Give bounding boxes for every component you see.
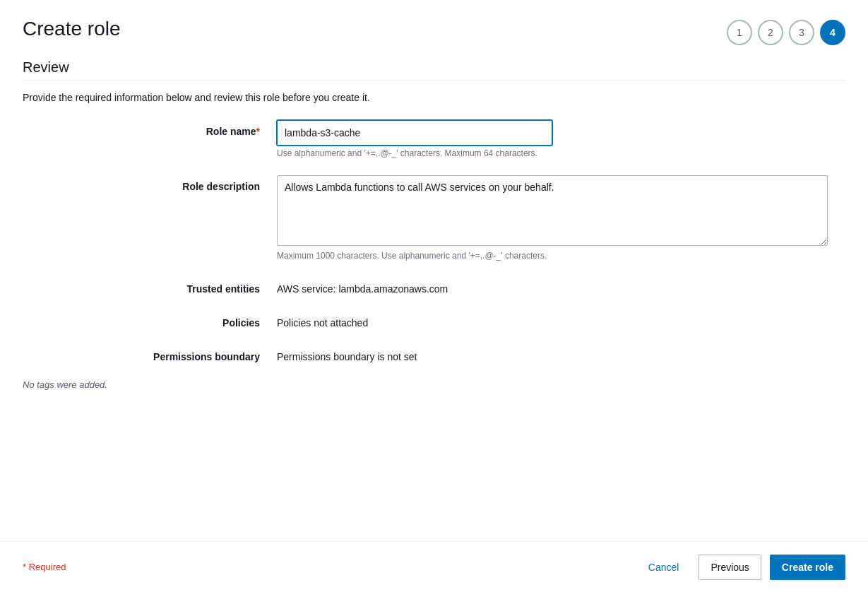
role-description-row: Role description Allows Lambda functions… <box>23 175 845 261</box>
role-name-label: Role name* <box>23 120 277 137</box>
steps-indicator: 1 2 3 4 <box>727 20 845 45</box>
previous-button[interactable]: Previous <box>698 555 761 580</box>
trusted-entities-label: Trusted entities <box>23 278 277 295</box>
trusted-entities-row: Trusted entities AWS service: lambda.ama… <box>23 278 845 295</box>
section-description: Provide the required information below a… <box>23 92 845 103</box>
tags-note: No tags were added. <box>23 379 845 390</box>
cancel-button[interactable]: Cancel <box>637 555 691 580</box>
trusted-entities-content: AWS service: lambda.amazonaws.com <box>277 278 845 295</box>
permissions-boundary-value: Permissions boundary is not set <box>277 345 845 362</box>
policies-row: Policies Policies not attached <box>23 312 845 328</box>
trusted-entities-value: AWS service: lambda.amazonaws.com <box>277 278 845 295</box>
role-name-hint: Use alphanumeric and '+=,.@-_' character… <box>277 148 845 158</box>
role-name-input[interactable] <box>277 120 552 146</box>
step-2: 2 <box>758 20 783 45</box>
footer-required: * Required <box>23 562 66 572</box>
step-1: 1 <box>727 20 752 45</box>
footer: * Required Cancel Previous Create role <box>0 541 868 592</box>
role-description-textarea[interactable]: Allows Lambda functions to call AWS serv… <box>277 175 828 246</box>
role-description-label: Role description <box>23 175 277 192</box>
step-4: 4 <box>820 20 845 45</box>
role-name-row: Role name* Use alphanumeric and '+=,.@-_… <box>23 120 845 158</box>
page-title: Create role <box>23 17 121 41</box>
footer-buttons: Cancel Previous Create role <box>637 555 845 580</box>
section-title: Review <box>23 59 845 76</box>
permissions-boundary-row: Permissions boundary Permissions boundar… <box>23 345 845 362</box>
role-description-hint: Maximum 1000 characters. Use alphanumeri… <box>277 251 845 261</box>
policies-value: Policies not attached <box>277 312 845 328</box>
role-name-content: Use alphanumeric and '+=,.@-_' character… <box>277 120 845 158</box>
policies-content: Policies not attached <box>277 312 845 328</box>
permissions-boundary-content: Permissions boundary is not set <box>277 345 845 362</box>
required-star: * <box>256 126 260 137</box>
permissions-boundary-label: Permissions boundary <box>23 345 277 362</box>
policies-label: Policies <box>23 312 277 328</box>
create-role-button[interactable]: Create role <box>770 555 845 580</box>
section-divider <box>23 80 845 81</box>
step-3: 3 <box>789 20 814 45</box>
role-description-content: Allows Lambda functions to call AWS serv… <box>277 175 845 261</box>
